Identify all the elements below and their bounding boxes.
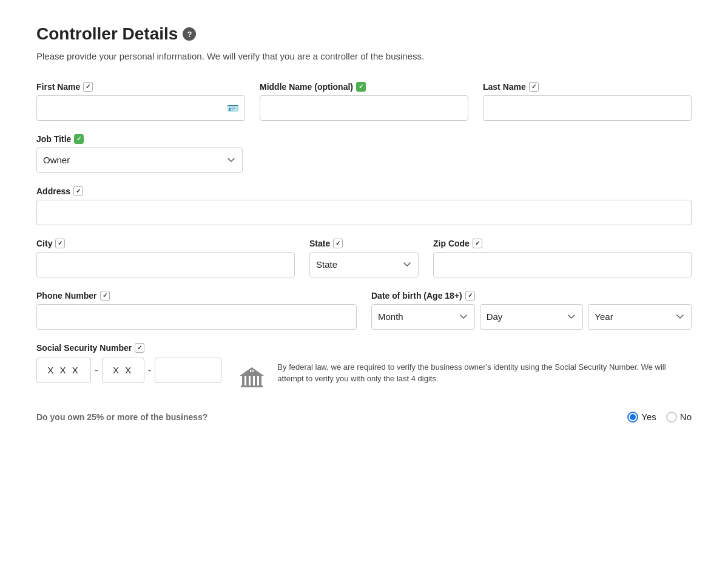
middle-name-input[interactable] bbox=[260, 95, 468, 121]
address-label: Address ✓ bbox=[36, 186, 692, 196]
state-label: State ✓ bbox=[309, 239, 419, 248]
ssn-info-text: By federal law, we are required to verif… bbox=[277, 361, 692, 385]
ssn-label: Social Security Number ✓ bbox=[36, 343, 221, 353]
ssn-section: Social Security Number ✓ - - bbox=[36, 343, 692, 397]
city-input[interactable] bbox=[36, 252, 295, 277]
last-name-input[interactable] bbox=[483, 95, 692, 121]
id-card-icon: 🪪 bbox=[227, 102, 239, 114]
city-state-zip-row: City ✓ State ✓ State ALAKAZAR CACOCTDE F… bbox=[36, 239, 692, 277]
zip-code-group: Zip Code ✓ bbox=[433, 239, 692, 277]
phone-group: Phone Number ✓ bbox=[36, 291, 357, 330]
state-select[interactable]: State ALAKAZAR CACOCTDE FLGAHIID ILINIAK… bbox=[309, 252, 419, 277]
dob-group: Date of birth (Age 18+) ✓ Month JanuaryF… bbox=[371, 291, 692, 330]
zip-code-label: Zip Code ✓ bbox=[433, 239, 692, 248]
phone-dob-row: Phone Number ✓ Date of birth (Age 18+) ✓… bbox=[36, 291, 692, 330]
address-row: Address ✓ bbox=[36, 186, 692, 225]
svg-rect-3 bbox=[255, 376, 257, 386]
page-title-row: Controller Details ? bbox=[36, 24, 692, 44]
svg-rect-4 bbox=[259, 376, 261, 386]
middle-name-label: Middle Name (optional) ✓ bbox=[260, 82, 468, 92]
page-title: Controller Details bbox=[36, 24, 178, 44]
last-name-check-icon: ✓ bbox=[529, 82, 539, 92]
ssn-fields-col: Social Security Number ✓ - - bbox=[36, 343, 221, 383]
ownership-yes-label: Yes bbox=[641, 412, 656, 422]
ssn-sep2: - bbox=[144, 364, 155, 376]
svg-rect-1 bbox=[246, 376, 249, 386]
middle-name-group: Middle Name (optional) ✓ bbox=[260, 82, 468, 121]
help-icon[interactable]: ? bbox=[183, 27, 196, 41]
address-check-icon: ✓ bbox=[73, 186, 83, 196]
phone-label: Phone Number ✓ bbox=[36, 291, 357, 301]
ownership-yes-radio[interactable] bbox=[627, 412, 638, 423]
state-check-icon: ✓ bbox=[333, 239, 343, 248]
phone-check-icon: ✓ bbox=[100, 291, 110, 301]
ownership-no-option[interactable]: No bbox=[666, 412, 692, 423]
ownership-no-label: No bbox=[680, 412, 692, 422]
svg-rect-2 bbox=[251, 376, 253, 386]
job-title-group: Job Title ✓ Owner CEO CFO Manager Other bbox=[36, 134, 243, 173]
job-title-check-icon: ✓ bbox=[74, 134, 84, 144]
zip-code-input[interactable] bbox=[433, 252, 692, 277]
ssn-check-icon: ✓ bbox=[135, 343, 144, 353]
page-subtitle: Please provide your personal information… bbox=[36, 50, 491, 64]
city-check-icon: ✓ bbox=[55, 239, 65, 248]
svg-rect-0 bbox=[242, 376, 244, 386]
phone-input[interactable] bbox=[36, 304, 357, 330]
name-row: First Name ✓ 🪪 Middle Name (optional) ✓ … bbox=[36, 82, 692, 121]
ssn-part2-input bbox=[102, 358, 144, 383]
job-title-select[interactable]: Owner CEO CFO Manager Other bbox=[36, 148, 243, 173]
job-title-label: Job Title ✓ bbox=[36, 134, 243, 144]
ownership-radio-group: Yes No bbox=[627, 412, 692, 423]
last-name-group: Last Name ✓ bbox=[483, 82, 692, 121]
dob-year-select[interactable]: Year 200520042003 200220012000 199919981… bbox=[588, 304, 692, 330]
first-name-input[interactable] bbox=[36, 95, 245, 121]
middle-name-check-icon: ✓ bbox=[356, 82, 366, 92]
ssn-info-col: By federal law, we are required to verif… bbox=[240, 343, 692, 397]
ssn-sep1: - bbox=[91, 364, 102, 376]
address-input[interactable] bbox=[36, 200, 692, 225]
ownership-row: Do you own 25% or more of the business? … bbox=[36, 412, 692, 423]
zip-code-check-icon: ✓ bbox=[473, 239, 482, 248]
state-group: State ✓ State ALAKAZAR CACOCTDE FLGAHIID… bbox=[309, 239, 419, 277]
city-label: City ✓ bbox=[36, 239, 295, 248]
city-group: City ✓ bbox=[36, 239, 295, 277]
first-name-label: First Name ✓ bbox=[36, 82, 245, 92]
dob-day-select[interactable]: Day 1234 5678 9101112 13141516 17181920 … bbox=[480, 304, 584, 330]
controller-details-form: Controller Details ? Please provide your… bbox=[36, 24, 692, 423]
dob-selects-row: Month JanuaryFebruaryMarch AprilMayJune … bbox=[371, 304, 692, 330]
svg-rect-5 bbox=[241, 386, 263, 387]
ssn-inputs-row: - - bbox=[36, 358, 221, 383]
ssn-info-content: By federal law, we are required to verif… bbox=[240, 361, 692, 397]
address-group: Address ✓ bbox=[36, 186, 692, 225]
dob-check-icon: ✓ bbox=[465, 291, 475, 301]
ownership-no-radio[interactable] bbox=[666, 412, 677, 423]
dob-label: Date of birth (Age 18+) ✓ bbox=[371, 291, 692, 301]
ownership-question: Do you own 25% or more of the business? bbox=[36, 412, 207, 422]
first-name-input-wrap: 🪪 bbox=[36, 95, 245, 121]
svg-point-8 bbox=[251, 370, 253, 372]
dob-month-select[interactable]: Month JanuaryFebruaryMarch AprilMayJune … bbox=[371, 304, 475, 330]
first-name-check-icon: ✓ bbox=[83, 82, 93, 92]
ownership-yes-option[interactable]: Yes bbox=[627, 412, 656, 423]
job-title-row: Job Title ✓ Owner CEO CFO Manager Other bbox=[36, 134, 692, 173]
ssn-part3-input[interactable] bbox=[155, 358, 221, 383]
last-name-label: Last Name ✓ bbox=[483, 82, 692, 92]
first-name-group: First Name ✓ 🪪 bbox=[36, 82, 245, 121]
ssn-part1-input bbox=[36, 358, 91, 383]
bank-building-icon bbox=[240, 364, 268, 397]
